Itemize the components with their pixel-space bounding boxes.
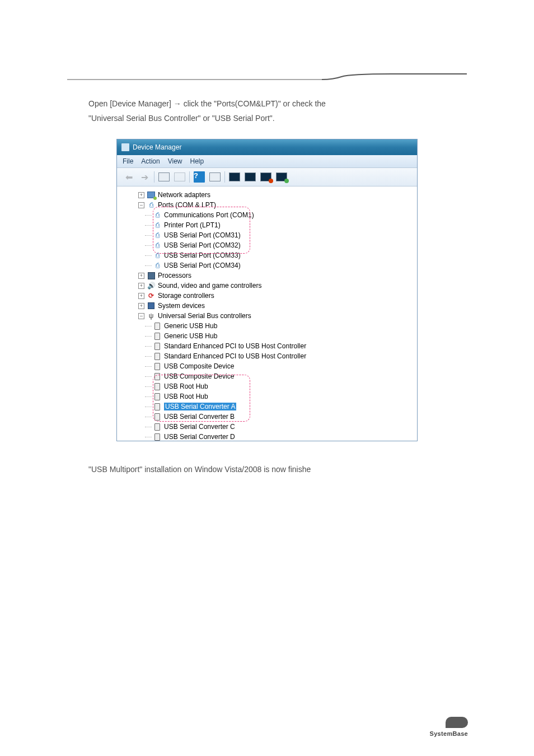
- tree-label: USB Root Hub: [164, 393, 208, 400]
- tree-node-root-hub-1[interactable]: USB Root Hub: [153, 381, 417, 391]
- device-tree: + Network adapters – ⎙ Ports (COM & LPT)…: [117, 186, 417, 445]
- toolbar-properties-button[interactable]: [172, 170, 187, 184]
- intro-line-2: "Universal Serial Bus Controller" or "US…: [88, 114, 275, 123]
- expand-icon[interactable]: +: [138, 192, 144, 198]
- toolbar-enable-button[interactable]: [274, 170, 289, 184]
- tool-bar: ⬅ ➔ ?: [117, 168, 417, 186]
- menu-file[interactable]: File: [123, 157, 133, 165]
- enable-icon: [276, 172, 287, 181]
- toolbar-help-button[interactable]: ?: [192, 170, 207, 184]
- tree-node-ports[interactable]: – ⎙ Ports (COM & LPT): [138, 200, 417, 210]
- page-footer: SystemBase: [430, 717, 468, 737]
- tree-label: Generic USB Hub: [164, 322, 217, 330]
- tree-label: USB Serial Port (COM32): [164, 241, 241, 249]
- tree-label: USB Serial Port (COM34): [164, 262, 241, 269]
- disable-icon: [260, 172, 271, 181]
- tree-label: USB Composite Device: [164, 362, 234, 370]
- arrow-left-icon: ⬅: [125, 172, 133, 183]
- uninstall-icon: [245, 172, 256, 181]
- brand-label: SystemBase: [430, 730, 468, 737]
- expand-icon[interactable]: +: [138, 283, 144, 289]
- tree-node-lpt1[interactable]: ⎙ Printer Port (LPT1): [153, 220, 417, 230]
- usb-device-icon: [153, 322, 162, 330]
- tree-label: USB Serial Converter C: [164, 423, 235, 431]
- usb-device-icon: [153, 382, 162, 390]
- menu-view[interactable]: View: [168, 157, 182, 165]
- intro-line-1a: Open [Device Manager]: [88, 99, 174, 108]
- tree-node-storage[interactable]: + ⟳ Storage controllers: [138, 291, 417, 301]
- tree-node-sound[interactable]: + 🔊 Sound, video and game controllers: [138, 281, 417, 291]
- tree-node-composite-1[interactable]: USB Composite Device: [153, 361, 417, 371]
- tree-node-pci-host-1[interactable]: Standard Enhanced PCI to USB Host Contro…: [153, 341, 417, 351]
- tree-node-com34[interactable]: ⎙ USB Serial Port (COM34): [153, 260, 417, 270]
- usb-device-icon: [153, 372, 162, 380]
- intro-line-1b: click the "Ports(COM&LPT)" or check the: [184, 99, 326, 108]
- tree-node-composite-2[interactable]: USB Composite Device: [153, 371, 417, 381]
- port-icon: ⎙: [153, 221, 162, 229]
- window-title: Device Manager: [133, 143, 181, 151]
- device-manager-window: Device Manager File Action View Help ⬅ ➔…: [116, 139, 418, 441]
- tree-label: Universal Serial Bus controllers: [158, 312, 251, 320]
- storage-icon: ⟳: [147, 292, 156, 300]
- header-swoosh-icon: [67, 73, 467, 86]
- tree-node-com1[interactable]: ⎙ Communications Port (COM1): [153, 210, 417, 220]
- menu-help[interactable]: Help: [190, 157, 204, 165]
- arrow-right-icon: ➔: [141, 172, 148, 183]
- tree-node-com33[interactable]: ⎙ USB Serial Port (COM33): [153, 250, 417, 260]
- tree-node-converter-d[interactable]: USB Serial Converter D: [153, 432, 417, 442]
- tree-label: Generic USB Hub: [164, 332, 217, 340]
- toolbar-back-button[interactable]: ⬅: [121, 170, 136, 184]
- tree-label: Communications Port (COM1): [164, 211, 254, 219]
- menu-action[interactable]: Action: [141, 157, 160, 165]
- usb-device-icon: [153, 342, 162, 350]
- tree-label: USB Root Hub: [164, 382, 208, 390]
- tree-label: System devices: [158, 302, 205, 310]
- tree-label: Network adapters: [158, 191, 210, 199]
- toolbar-update-button[interactable]: [227, 170, 242, 184]
- tree-node-converter-a[interactable]: USB Serial Converter A: [153, 402, 417, 412]
- brand-text: SystemBase: [430, 730, 468, 737]
- tree-node-processors[interactable]: + Processors: [138, 270, 417, 281]
- toolbar-computer-button[interactable]: [157, 170, 171, 184]
- expand-icon[interactable]: +: [138, 273, 144, 279]
- tree-label: USB Serial Converter B: [164, 413, 235, 421]
- header-divider: [67, 73, 467, 86]
- tree-node-converter-b[interactable]: USB Serial Converter B: [153, 412, 417, 422]
- tree-node-generic-hub-2[interactable]: Generic USB Hub: [153, 331, 417, 341]
- toolbar-separator: [224, 171, 225, 183]
- usb-device-icon: [153, 403, 162, 410]
- port-icon: ⎙: [153, 211, 162, 219]
- tree-node-com32[interactable]: ⎙ USB Serial Port (COM32): [153, 240, 417, 250]
- tree-node-usb-controllers[interactable]: – ψ Universal Serial Bus controllers: [138, 311, 417, 321]
- usb-device-icon: [153, 433, 162, 441]
- properties-icon: [174, 172, 185, 181]
- expand-icon[interactable]: +: [138, 293, 144, 299]
- toolbar-forward-button[interactable]: ➔: [137, 170, 152, 184]
- usb-device-icon: [153, 413, 162, 421]
- tree-node-network-adapters[interactable]: + Network adapters: [138, 190, 417, 200]
- closing-paragraph: "USB Multiport" installation on Window V…: [88, 465, 446, 474]
- page-number-badge: [446, 717, 468, 728]
- menu-bar: File Action View Help: [117, 155, 417, 168]
- toolbar-scan-button[interactable]: [208, 170, 222, 184]
- toolbar-disable-button[interactable]: [259, 170, 273, 184]
- toolbar-uninstall-button[interactable]: [243, 170, 257, 184]
- expand-icon[interactable]: +: [138, 303, 144, 309]
- usb-device-icon: [153, 393, 162, 400]
- tree-node-system-devices[interactable]: + System devices: [138, 301, 417, 311]
- tree-label: Standard Enhanced PCI to USB Host Contro…: [164, 352, 306, 360]
- tree-node-pci-host-2[interactable]: Standard Enhanced PCI to USB Host Contro…: [153, 351, 417, 361]
- tree-label: Ports (COM & LPT): [158, 201, 216, 209]
- tree-node-root-hub-2[interactable]: USB Root Hub: [153, 391, 417, 402]
- port-icon: ⎙: [153, 251, 162, 259]
- usb-icon: ψ: [147, 312, 156, 320]
- tree-node-converter-c[interactable]: USB Serial Converter C: [153, 422, 417, 432]
- update-driver-icon: [229, 172, 240, 181]
- tree-label: Processors: [158, 272, 191, 279]
- tree-node-generic-hub-1[interactable]: Generic USB Hub: [153, 321, 417, 331]
- collapse-icon[interactable]: –: [138, 202, 144, 208]
- processor-icon: [147, 272, 156, 279]
- toolbar-separator: [189, 171, 190, 183]
- tree-node-com31[interactable]: ⎙ USB Serial Port (COM31): [153, 230, 417, 240]
- collapse-icon[interactable]: –: [138, 313, 144, 319]
